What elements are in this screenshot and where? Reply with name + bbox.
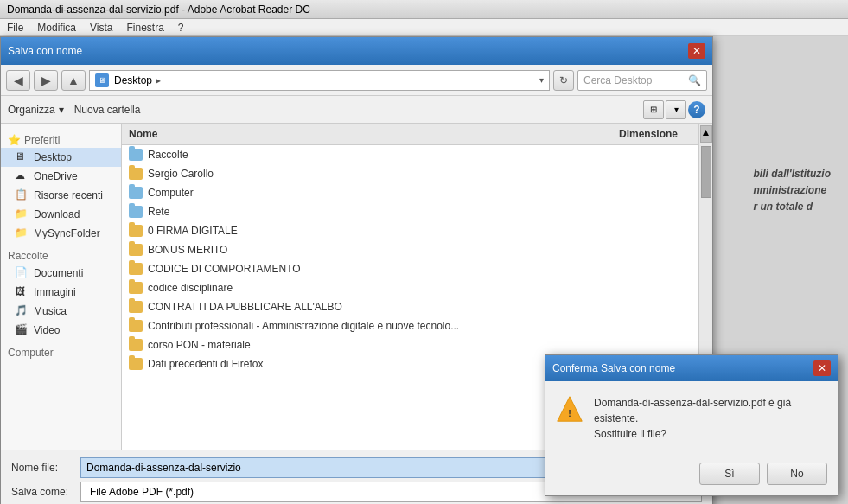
onedrive-icon: ☁ [15,169,29,183]
table-row[interactable]: codice disciplinare [122,278,698,297]
sidebar-favorites-header: ⭐ Preferiti [1,131,121,148]
acrobat-titlebar: Domanda-di-assenza-dal-servizio.pdf - Ad… [0,0,848,19]
sidebar-item-video[interactable]: 🎬 Video [1,321,121,340]
folder-icon [129,168,143,180]
download-folder-icon: 📁 [15,207,29,221]
sidebar-item-documenti[interactable]: 📄 Documenti [1,264,121,283]
star-icon: ⭐ [8,134,21,146]
file-item-name: corso PON - materiale [122,338,612,352]
table-row[interactable]: CODICE DI COMPORTAMENTO [122,259,698,278]
nav-forward-button[interactable]: ▶ [34,70,58,91]
file-item-name: Raccolte [122,148,612,162]
menu-finestra[interactable]: Finestra [127,22,164,34]
confirm-dialog: Conferma Salva con nome ✕ ! Domanda-di-a… [545,354,838,496]
file-item-label: Dati precedenti di Firefox [148,358,263,370]
sidebar-item-recent[interactable]: 📋 Risorse recenti [1,186,121,205]
table-row[interactable]: corso PON - materiale [122,335,698,354]
warning-icon: ! [556,395,583,423]
folder-icon [129,244,143,256]
scrollbar-thumb[interactable] [701,146,711,198]
confirm-yes-button[interactable]: Sì [699,463,760,485]
sidebar-item-immagini[interactable]: 🖼 Immagini [1,283,121,302]
file-item-size [612,306,698,308]
table-row[interactable]: Rete [122,202,698,221]
sidebar-item-desktop[interactable]: 🖥 Desktop [1,148,121,167]
scrollbar-up-button[interactable]: ▲ [700,125,712,143]
table-row[interactable]: 0 FIRMA DIGITALE [122,221,698,240]
file-item-label: Sergio Carollo [148,168,214,180]
table-row[interactable]: Sergio Carollo [122,164,698,183]
file-item-label: codice disciplinare [148,282,233,294]
table-row[interactable]: Computer [122,183,698,202]
folder-icon [129,225,143,237]
address-bar[interactable]: 🖥 Desktop ▸ ▾ [89,70,550,91]
save-dialog-close-button[interactable]: ✕ [688,43,705,59]
new-folder-button[interactable]: Nuova cartella [74,104,141,116]
folder-icon [129,320,143,332]
folder-icon [129,187,143,199]
table-row[interactable]: CONTRATTI DA PUBBLICARE ALL'ALBO [122,297,698,316]
confirm-content: ! Domanda-di-assenza-dal-servizio.pdf è … [545,381,838,456]
sidebar-item-musica[interactable]: 🎵 Musica [1,302,121,321]
menu-vista[interactable]: Vista [90,22,112,34]
video-icon: 🎬 [15,323,29,337]
folder-icon [129,339,143,351]
file-item-name: Computer [122,186,612,200]
acrobat-menu: File Modifica Vista Finestra ? [0,19,848,36]
help-button[interactable]: ? [688,101,705,118]
address-dropdown-arrow[interactable]: ▾ [539,75,544,85]
sidebar-item-mysyncfolder[interactable]: 📁 MySyncFolder [1,224,121,243]
file-item-label: CONTRATTI DA PUBBLICARE ALL'ALBO [148,301,342,313]
confirm-dialog-close-button[interactable]: ✕ [813,360,831,376]
search-icon: 🔍 [688,74,701,86]
confirm-dialog-titlebar: Conferma Salva con nome ✕ [545,355,838,381]
nav-back-button[interactable]: ◀ [6,70,30,91]
menu-file[interactable]: File [7,22,23,34]
file-item-size [612,325,698,327]
confirm-no-button[interactable]: No [767,463,827,485]
view-dropdown-button[interactable]: ▾ [666,100,686,119]
file-item-name: CONTRATTI DA PUBBLICARE ALL'ALBO [122,300,612,314]
file-item-name: CODICE DI COMPORTAMENTO [122,262,612,276]
confirm-dialog-title: Conferma Salva con nome [552,362,675,374]
organize-label: Organizza [8,104,55,116]
view-icons: ⊞ ▾ ? [643,100,705,119]
save-dialog-title: Salva con nome [8,45,82,57]
nav-up-button[interactable]: ▲ [61,70,86,91]
file-item-name: BONUS MERITO [122,243,612,257]
sidebar-item-onedrive[interactable]: ☁ OneDrive [1,167,121,186]
file-item-label: 0 FIRMA DIGITALE [148,225,238,237]
file-item-size [612,192,698,194]
address-bar-icon: 🖥 [95,73,109,87]
col-name: Nome [122,126,612,142]
file-item-name: Dati precedenti di Firefox [122,357,612,371]
menu-help[interactable]: ? [178,22,184,34]
table-row[interactable]: Contributi professionali - Amministrazio… [122,316,698,335]
file-item-name: 0 FIRMA DIGITALE [122,224,612,238]
save-dialog-toolbar2: Organizza ▾ Nuova cartella ⊞ ▾ ? [1,96,712,124]
filename-label: Nome file: [11,462,80,474]
acrobat-title: Domanda-di-assenza-dal-servizio.pdf - Ad… [7,3,310,16]
confirm-buttons: Sì No [545,456,838,495]
table-row[interactable]: Raccolte [122,145,698,164]
file-item-size [612,173,698,175]
file-item-label: BONUS MERITO [148,244,227,256]
address-bar-text: Desktop [114,74,152,86]
file-item-size [612,230,698,232]
file-item-label: corso PON - materiale [148,339,251,351]
file-item-name: codice disciplinare [122,281,612,295]
sidebar-item-download[interactable]: 📁 Download [1,205,121,224]
menu-modifica[interactable]: Modifica [37,22,76,34]
desktop-icon: 🖥 [15,150,29,164]
table-row[interactable]: BONUS MERITO [122,240,698,259]
organize-button[interactable]: Organizza ▾ [8,104,64,116]
refresh-button[interactable]: ↻ [553,70,574,91]
save-dialog-sidebar: ⭐ Preferiti 🖥 Desktop ☁ OneDrive 📋 Risor… [1,124,122,450]
file-item-label: Contributi professionali - Amministrazio… [148,320,459,332]
file-item-label: Raccolte [148,149,188,161]
view-button[interactable]: ⊞ [643,100,664,119]
search-box[interactable]: Cerca Desktop 🔍 [577,70,707,91]
svg-text:!: ! [568,408,571,418]
file-item-label: Rete [148,206,169,218]
documenti-icon: 📄 [15,266,29,280]
